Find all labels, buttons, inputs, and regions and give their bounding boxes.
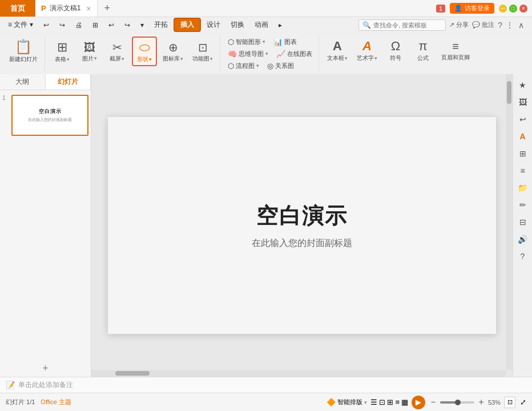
art-text-btn[interactable]: A 艺术字▾ xyxy=(353,37,381,64)
func-chart-label: 功能图▾ xyxy=(192,55,213,62)
menu-animation[interactable]: 动画 xyxy=(250,19,273,31)
table-btn[interactable]: ⊞ 表格▾ xyxy=(50,38,75,65)
menu-design[interactable]: 设计 xyxy=(202,19,225,31)
align-icon[interactable]: ☰ xyxy=(370,398,377,406)
notification-badge[interactable]: 1 xyxy=(436,5,445,13)
online-chart-btn[interactable]: 📈 在线图表 xyxy=(273,49,315,59)
menu-format[interactable]: ⊞ xyxy=(88,20,103,30)
rt-grid-btn[interactable]: ⊞ xyxy=(515,146,531,161)
canvas-area[interactable]: 空白演示 在此输入您的封面副标题 xyxy=(91,74,513,377)
mindmap-label: 思维导图 xyxy=(239,50,264,58)
rt-sound-btn[interactable]: 🔊 xyxy=(515,232,531,247)
v-scrollbar[interactable] xyxy=(506,74,513,370)
relation-icon: ◎ xyxy=(267,62,273,70)
notes-icon: 📝 xyxy=(6,381,15,389)
image-btn[interactable]: 🖼 图片▾ xyxy=(77,39,102,65)
search-icon: 🔍 xyxy=(362,21,371,29)
add-slide-btn[interactable]: + xyxy=(38,362,54,374)
normal-view-icon[interactable]: ⊡ xyxy=(379,398,385,406)
play-btn[interactable]: ▶ xyxy=(412,396,425,409)
textbox-btn[interactable]: A 文本框▾ xyxy=(324,37,351,64)
smart-sort-btn[interactable]: 🔶 智能排版 ▾ xyxy=(327,398,367,406)
menu-redo2[interactable]: ↪ xyxy=(120,20,135,30)
search-box[interactable]: 🔍 xyxy=(358,19,446,31)
zoom-slider[interactable] xyxy=(440,401,474,404)
slide-view-icon[interactable]: ▦ xyxy=(401,398,408,406)
fullscreen-btn[interactable]: ⤢ xyxy=(520,398,526,406)
more-options-btn[interactable]: ⋮ xyxy=(506,21,514,30)
review-btn[interactable]: 💬 批注 xyxy=(472,21,494,29)
h-scrollbar[interactable] xyxy=(91,370,506,377)
menu-insert[interactable]: 插入 xyxy=(174,18,201,32)
shape-icon: ⬭ xyxy=(139,40,150,55)
outline-tab[interactable]: 大纲 xyxy=(0,74,46,90)
menu-more-arrow[interactable]: ▾ xyxy=(136,20,148,30)
outline-view-icon[interactable]: ≡ xyxy=(395,398,400,406)
rt-minus-btn[interactable]: ⊟ xyxy=(515,215,531,229)
doc-tab[interactable]: P 演示文稿1 × xyxy=(35,0,98,17)
add-tab-btn[interactable]: + xyxy=(98,2,118,14)
rt-edit-btn[interactable]: ✏ xyxy=(515,198,531,212)
new-slide-label: 新建幻灯片 xyxy=(9,56,38,63)
home-tab[interactable]: 首页 xyxy=(0,0,35,17)
relation-btn[interactable]: ◎ 关系图 xyxy=(264,61,297,71)
ribbon-group-text: A 文本框▾ A 艺术字▾ Ω 符号 π 公式 ≡ 页眉和页脚 xyxy=(321,35,477,72)
rt-undo-btn[interactable]: ↩ xyxy=(515,112,531,127)
menu-file[interactable]: ≡ 文件 ▾ xyxy=(3,19,38,31)
maximize-btn[interactable]: □ xyxy=(509,5,517,13)
symbol-btn[interactable]: Ω 符号 xyxy=(383,37,408,64)
rt-folder-btn[interactable]: 📁 xyxy=(515,180,531,195)
menu-undo2[interactable]: ↩ xyxy=(104,20,119,30)
menu-more[interactable]: ▸ xyxy=(274,20,287,30)
search-input[interactable] xyxy=(373,22,442,29)
flow-btn[interactable]: ⬡ 流程图 ▾ xyxy=(225,61,262,71)
minimize-btn[interactable]: ─ xyxy=(499,5,507,13)
home-tab-label: 首页 xyxy=(10,3,25,14)
chart-btn[interactable]: 📊 图表 xyxy=(271,37,300,47)
menu-start[interactable]: 开拓 xyxy=(150,19,172,31)
shape-btn[interactable]: ⬭ 形状▾ xyxy=(132,37,157,66)
func-chart-btn[interactable]: ⊡ 功能图▾ xyxy=(189,38,216,65)
zoom-in-btn[interactable]: ＋ xyxy=(477,396,486,408)
zoom-level: 53% xyxy=(488,399,501,406)
share-btn[interactable]: ↗ 分享 xyxy=(449,21,469,29)
share-label: 分享 xyxy=(456,21,469,29)
menu-print[interactable]: 🖨 xyxy=(71,20,87,30)
chart-lib-icon: ⊕ xyxy=(168,41,178,54)
screenshot-btn[interactable]: ✂ 截屏▾ xyxy=(104,38,130,65)
formula-btn[interactable]: π 公式 xyxy=(410,37,436,64)
header-footer-label: 页眉和页脚 xyxy=(441,54,470,61)
ribbon-group-advanced: ⬡ 智能图形 ▾ 📊 图表 🧠 思维导图 ▾ 📈 在线图表 xyxy=(223,35,319,72)
slide-thumb-1[interactable]: 空白演示 在此输入您的封面副标题 xyxy=(11,95,88,136)
doc-tab-close[interactable]: × xyxy=(86,4,91,13)
main-area: 大纲 幻灯片 1 空白演示 在此输入您的封面副标题 + 空白演示 在此输入您的封… xyxy=(0,74,532,377)
menu-undo[interactable]: ↩ xyxy=(39,20,54,30)
new-slide-btn[interactable]: 📋 新建幻灯片 xyxy=(6,37,41,65)
menu-redo[interactable]: ↪ xyxy=(55,20,70,30)
status-right: 🔶 智能排版 ▾ ☰ ⊡ ⊞ ≡ ▦ ▶ － ＋ 53% ⊡ ⤢ xyxy=(327,396,526,409)
header-footer-btn[interactable]: ≡ 页眉和页脚 xyxy=(438,38,473,63)
zoom-out-btn[interactable]: － xyxy=(429,396,438,408)
chart-lib-btn[interactable]: ⊕ 图标库▾ xyxy=(159,38,187,65)
new-slide-icon: 📋 xyxy=(15,39,32,55)
slides-tab[interactable]: 幻灯片 xyxy=(46,74,91,90)
grid-view-icon[interactable]: ⊞ xyxy=(387,398,393,406)
rt-text-btn[interactable]: A xyxy=(515,129,531,144)
user-login-btn[interactable]: 👤 访客登录 xyxy=(450,3,494,14)
help-btn[interactable]: ? xyxy=(498,21,502,30)
table-label: 表格▾ xyxy=(55,56,70,63)
rt-list-btn[interactable]: ≡ xyxy=(515,163,531,178)
notes-bar: 📝 单击此处添加备注 xyxy=(0,377,532,393)
smart-shape-btn[interactable]: ⬡ 智能图形 ▾ xyxy=(225,37,268,47)
rt-help-btn[interactable]: ? xyxy=(515,249,531,264)
ribbon-collapse-btn[interactable]: ∧ xyxy=(517,19,525,31)
notes-placeholder[interactable]: 单击此处添加备注 xyxy=(18,380,73,390)
mindmap-btn[interactable]: 🧠 思维导图 ▾ xyxy=(225,49,271,59)
doc-tab-name: 演示文稿1 xyxy=(50,3,81,13)
fit-btn[interactable]: ⊡ xyxy=(504,397,515,408)
rt-image-btn[interactable]: 🖼 xyxy=(515,95,531,110)
rt-star-btn[interactable]: ★ xyxy=(515,78,531,92)
menu-switch[interactable]: 切换 xyxy=(226,19,249,31)
table-icon: ⊞ xyxy=(57,40,67,55)
close-btn[interactable]: × xyxy=(519,5,527,13)
